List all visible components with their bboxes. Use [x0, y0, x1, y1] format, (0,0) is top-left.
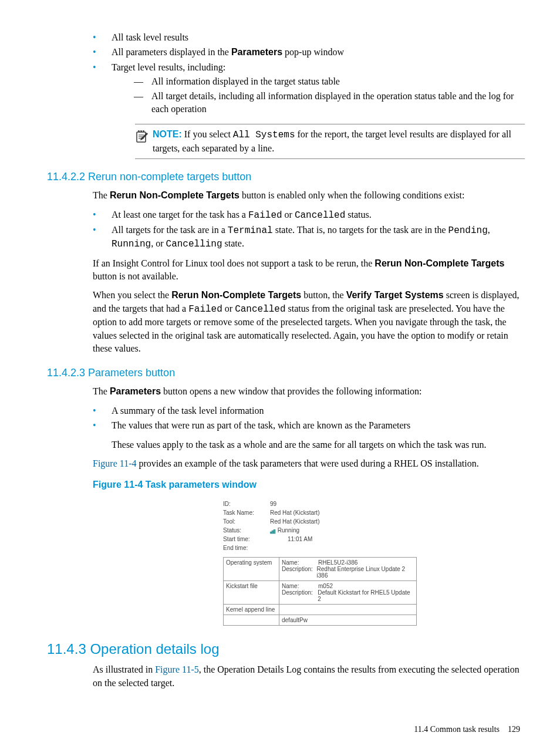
value: 99 [270, 499, 276, 508]
table-row: Operating system Name:RHEL5U2-i386 Descr… [224, 558, 417, 581]
list-item: All target details, including all inform… [134, 90, 525, 116]
figure-link[interactable]: Figure 11-5 [155, 664, 199, 674]
paragraph: The Rerun Non-Complete Targets button is… [93, 189, 525, 202]
value: RHEL5U2-i386 [318, 559, 357, 566]
text: At least one target for the task has a [112, 210, 248, 220]
svg-rect-4 [270, 532, 272, 534]
text-bold: Rerun Non-Complete Targets [110, 190, 239, 200]
code-text: Running [112, 239, 151, 249]
paragraph: These values apply to the task as a whol… [112, 438, 525, 451]
text: Target level results, including: [112, 62, 225, 72]
text: , or [151, 238, 166, 248]
cell-value: Name:RHEL5U2-i386 Description:Redhat Ent… [279, 558, 417, 581]
heading-11-4-3: 11.4.3 Operation details log [47, 641, 525, 657]
text-bold: Verify Target Systems [346, 290, 444, 300]
code-text: Cancelled [295, 210, 345, 221]
text: state. That is, no targets for the task … [273, 225, 448, 235]
heading-11-4-2-2: 11.4.2.2 Rerun non-complete targets butt… [47, 171, 525, 183]
text-bold: Rerun Non-Complete Targets [375, 258, 504, 268]
page-content: All task level results All parameters di… [0, 0, 560, 746]
svg-rect-5 [272, 531, 274, 534]
heading-11-4-2-3: 11.4.2.3 Parameters button [47, 367, 525, 379]
text: provides an example of the task paramete… [137, 458, 479, 468]
figure-11-4: ID:99 Task Name:Red Hat (Kickstart) Tool… [223, 499, 417, 626]
text: If an Insight Control for Linux tool doe… [93, 258, 375, 268]
text: All target details, including all inform… [151, 91, 514, 114]
text-bold: Parameters [231, 47, 282, 57]
note-icon [135, 128, 153, 147]
text: All parameters displayed in the [112, 47, 231, 57]
code-text: Cancelled [235, 304, 285, 315]
value: Redhat Enterprise Linux Update 2 i386 [317, 566, 414, 579]
figure-info-block: ID:99 Task Name:Red Hat (Kickstart) Tool… [223, 499, 417, 552]
label: Start time: [223, 535, 270, 544]
text: or [282, 210, 295, 220]
figure-caption: Figure 11-4 Task parameters window [93, 480, 525, 490]
text: or [222, 303, 235, 313]
text: All information displayed in the target … [151, 76, 340, 86]
paragraph: As illustrated in Figure 11-5, the Opera… [93, 663, 525, 690]
text: button is enabled only when the followin… [239, 190, 465, 200]
text: If you select [182, 129, 233, 139]
text-bold: Rerun Non-Complete Targets [171, 290, 301, 300]
figure-link[interactable]: Figure 11-4 [93, 458, 137, 468]
code-text: Failed [188, 304, 222, 315]
paragraph: When you select the Rerun Non-Complete T… [93, 289, 525, 355]
footer-section: 11.4 Common task results [414, 725, 500, 734]
label: Task Name: [223, 508, 270, 517]
status-text: Running [276, 527, 299, 534]
value: Default Kickstart for RHEL5 Update 2 [318, 589, 414, 602]
label: Name: [282, 583, 318, 589]
label: End time: [223, 544, 270, 552]
code-text: Terminal [228, 225, 273, 236]
text: button is not available. [93, 271, 178, 281]
label: Tool: [223, 517, 270, 526]
value: Running [270, 526, 299, 535]
text-bold: Parameters [110, 386, 161, 396]
code-text: Pending [448, 225, 488, 236]
label: ID: [223, 499, 270, 508]
table-row: Kernel append line [224, 605, 417, 615]
list-item: At least one target for the task has a F… [93, 208, 525, 222]
paragraph: Figure 11-4 provides an example of the t… [93, 457, 525, 470]
text: pop-up window [282, 47, 344, 57]
figure-table: Operating system Name:RHEL5U2-i386 Descr… [223, 557, 417, 626]
top-bullets: All task level results All parameters di… [47, 31, 525, 116]
list-item: Target level results, including: All inf… [93, 61, 525, 116]
text: When you select the [93, 290, 171, 300]
text: The values that were run as part of the … [112, 420, 410, 430]
text: button opens a new window that provides … [161, 386, 421, 396]
list-item: All targets for the task are in a Termin… [93, 224, 525, 251]
paragraph: The Parameters button opens a new window… [93, 385, 525, 398]
list-item: All task level results [93, 31, 525, 44]
paragraph: If an Insight Control for Linux tool doe… [93, 257, 525, 283]
text: These values apply to the task as a whol… [112, 440, 487, 450]
label: Name: [282, 559, 318, 566]
label: Status: [223, 526, 270, 535]
note-block: NOTE: If you select All Systems for the … [135, 124, 525, 159]
sub-list: All information displayed in the target … [112, 75, 525, 116]
text: All targets for the task are in a [112, 225, 228, 235]
label: Description: [282, 589, 318, 602]
value: m052 [318, 583, 333, 589]
list-item: All parameters displayed in the Paramete… [93, 46, 525, 59]
code-text: Cancelling [166, 239, 222, 249]
value: 11:01 AM [270, 535, 312, 544]
list-item: All information displayed in the target … [134, 75, 525, 88]
text: status. [345, 210, 371, 220]
code-text: Failed [248, 210, 282, 221]
cell-value [279, 605, 417, 615]
note-label: NOTE: [153, 129, 182, 139]
page-footer: 11.4 Common task results 129 [47, 725, 525, 734]
cell-label [224, 615, 279, 626]
cell-label: Operating system [224, 558, 279, 581]
cell-value: defaultPw [279, 615, 417, 626]
cell-label: Kernel append line [224, 605, 279, 615]
list-item: The values that were run as part of the … [93, 419, 525, 432]
parameters-info-list: A summary of the task level information … [47, 404, 525, 433]
text: The [93, 190, 110, 200]
value: Red Hat (Kickstart) [270, 508, 319, 517]
text: A summary of the task level information [112, 406, 264, 416]
value: Red Hat (Kickstart) [270, 517, 319, 526]
text: state. [222, 238, 244, 248]
